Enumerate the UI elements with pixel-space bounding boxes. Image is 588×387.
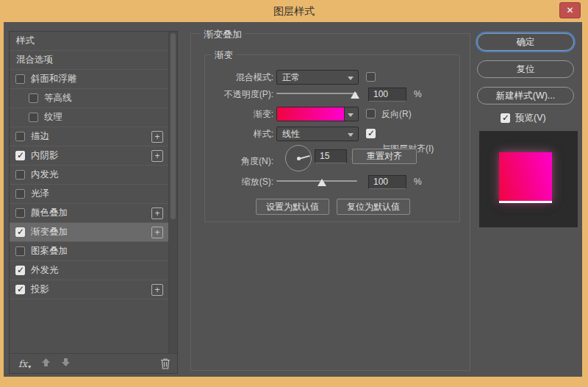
- sidebar-item-label: 图案叠加: [31, 245, 68, 258]
- move-up-icon[interactable]: [41, 358, 51, 369]
- close-icon: ✕: [566, 5, 573, 15]
- angle-dial-center: [297, 157, 301, 160]
- preview-checkbox[interactable]: [501, 113, 510, 123]
- scale-label: 缩放(S):: [205, 174, 273, 190]
- close-button[interactable]: ✕: [559, 2, 581, 18]
- panel-title: 渐变叠加: [201, 28, 245, 41]
- add-effect-icon[interactable]: +: [151, 131, 163, 143]
- add-effect-icon[interactable]: +: [151, 207, 163, 219]
- reset-default-button[interactable]: 复位为默认值: [337, 199, 410, 215]
- style-checkbox[interactable]: [15, 246, 25, 256]
- style-checkbox[interactable]: [15, 170, 25, 180]
- sidebar-scrollbar[interactable]: [168, 32, 177, 353]
- style-select[interactable]: 线性: [276, 127, 359, 141]
- sidebar-item-label: 外发光: [31, 264, 59, 277]
- sidebar-list: 样式混合选项斜面和浮雕等高线纹理描边+内阴影+内发光光泽颜色叠加+渐变叠加+图案…: [10, 32, 168, 353]
- style-checkbox[interactable]: [29, 93, 38, 103]
- add-effect-icon[interactable]: +: [151, 284, 163, 296]
- gradient-dropdown[interactable]: [344, 107, 358, 121]
- sidebar-item-纹理[interactable]: 纹理: [10, 108, 168, 127]
- sidebar-item-光泽[interactable]: 光泽: [10, 185, 168, 204]
- reset-align-button[interactable]: 重置对齐: [352, 149, 417, 164]
- angle-dial[interactable]: [285, 145, 312, 171]
- chevron-down-icon: [348, 113, 354, 117]
- align-with-layer-checkbox[interactable]: [366, 129, 376, 138]
- sidebar-item-样式[interactable]: 样式: [10, 32, 168, 51]
- opacity-slider-thumb[interactable]: [351, 91, 359, 99]
- sidebar-item-label: 斜面和浮雕: [31, 73, 77, 85]
- sidebar-item-斜面和浮雕[interactable]: 斜面和浮雕: [10, 70, 168, 89]
- group-title: 渐变: [212, 49, 236, 62]
- sidebar-item-label: 渐变叠加: [31, 226, 68, 238]
- sidebar-item-label: 纹理: [44, 111, 62, 124]
- sidebar-item-混合选项[interactable]: 混合选项: [10, 51, 168, 70]
- dialog-body: 样式混合选项斜面和浮雕等高线纹理描边+内阴影+内发光光泽颜色叠加+渐变叠加+图案…: [4, 22, 582, 377]
- opacity-slider[interactable]: [276, 87, 357, 102]
- gradient-swatch[interactable]: [277, 107, 344, 121]
- reverse-checkbox[interactable]: [366, 109, 376, 118]
- fx-icon[interactable]: fx: [18, 358, 27, 369]
- set-default-button[interactable]: 设置为默认值: [256, 199, 329, 215]
- sidebar-item-内发光[interactable]: 内发光: [10, 166, 168, 185]
- gradient-picker[interactable]: [276, 107, 359, 121]
- reverse-label: 反向(R): [381, 107, 412, 122]
- opacity-label: 不透明度(P):: [205, 87, 273, 102]
- style-list-sidebar: 样式混合选项斜面和浮雕等高线纹理描边+内阴影+内发光光泽颜色叠加+渐变叠加+图案…: [9, 31, 178, 374]
- sidebar-item-label: 内阴影: [31, 149, 59, 162]
- angle-input[interactable]: 15: [315, 149, 347, 163]
- add-effect-icon[interactable]: +: [151, 150, 163, 162]
- style-label: 样式:: [205, 127, 273, 142]
- scrollbar-thumb[interactable]: [171, 33, 176, 219]
- layer-style-dialog-window: 图层样式 ✕ 样式混合选项斜面和浮雕等高线纹理描边+内阴影+内发光光泽颜色叠加+…: [0, 0, 588, 387]
- sidebar-item-label: 描边: [31, 130, 49, 143]
- ok-button[interactable]: 确定: [477, 33, 574, 51]
- scale-input[interactable]: 100: [368, 175, 406, 189]
- dither-checkbox[interactable]: [366, 72, 376, 82]
- style-checkbox[interactable]: [15, 132, 25, 141]
- add-effect-icon[interactable]: +: [151, 227, 163, 238]
- style-checkbox[interactable]: [29, 113, 38, 122]
- preview-toggle-row: 预览(V): [501, 112, 546, 124]
- reset-button[interactable]: 复位: [477, 60, 574, 78]
- fx-caret-icon: ▾: [28, 363, 31, 370]
- style-checkbox[interactable]: [15, 285, 25, 294]
- blend-mode-select[interactable]: 正常: [276, 70, 359, 85]
- style-checkbox[interactable]: [15, 151, 25, 160]
- sidebar-item-label: 光泽: [31, 188, 49, 200]
- sidebar-item-等高线[interactable]: 等高线: [10, 89, 168, 108]
- sidebar-item-内阴影[interactable]: 内阴影+: [10, 146, 168, 166]
- opacity-slider-track[interactable]: [276, 93, 357, 94]
- style-row: 样式: 线性 与图层对齐(I): [205, 127, 459, 142]
- scale-unit: %: [414, 174, 422, 190]
- opacity-input[interactable]: 100: [368, 88, 406, 102]
- sidebar-item-描边[interactable]: 描边+: [10, 127, 168, 146]
- new-style-button[interactable]: 新建样式(W)...: [477, 87, 574, 104]
- style-checkbox[interactable]: [15, 266, 25, 275]
- style-preview-box: [479, 131, 578, 227]
- style-value: 线性: [282, 129, 300, 139]
- delete-style-icon[interactable]: [160, 358, 171, 372]
- window-title: 图层样式: [0, 5, 588, 18]
- preview-label: 预览(V): [515, 112, 546, 124]
- style-checkbox[interactable]: [15, 74, 25, 84]
- move-down-icon[interactable]: [61, 358, 71, 369]
- titlebar[interactable]: 图层样式 ✕: [0, 0, 588, 22]
- sidebar-item-外发光[interactable]: 外发光: [10, 261, 168, 280]
- sidebar-item-渐变叠加[interactable]: 渐变叠加+: [10, 223, 168, 242]
- sidebar-item-颜色叠加[interactable]: 颜色叠加+: [10, 204, 168, 223]
- sidebar-item-图案叠加[interactable]: 图案叠加: [10, 242, 168, 261]
- scale-row: 缩放(S): 100 %: [205, 174, 459, 190]
- style-checkbox[interactable]: [15, 227, 25, 237]
- gradient-label: 渐变:: [205, 107, 273, 122]
- sidebar-item-label: 颜色叠加: [31, 207, 68, 219]
- blend-mode-row: 混合模式: 正常 仿色: [205, 70, 459, 85]
- style-preview-swatch: [499, 152, 552, 203]
- angle-label: 角度(N):: [205, 146, 273, 176]
- style-checkbox[interactable]: [15, 208, 25, 218]
- style-checkbox[interactable]: [15, 189, 25, 199]
- sidebar-item-label: 样式: [16, 35, 35, 47]
- sidebar-item-投影[interactable]: 投影+: [10, 280, 168, 299]
- scale-slider-thumb[interactable]: [318, 179, 326, 186]
- scale-slider[interactable]: [276, 174, 357, 189]
- sidebar-item-label: 内发光: [31, 168, 59, 181]
